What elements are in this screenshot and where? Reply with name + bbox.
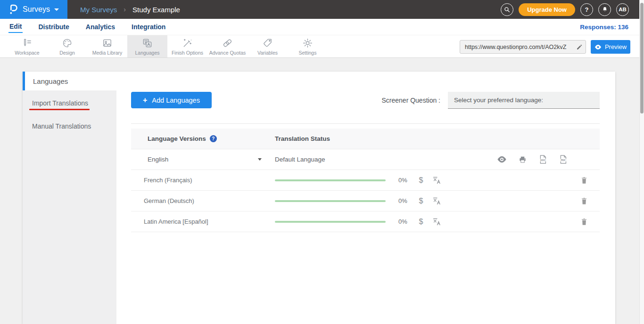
delete-trash-icon[interactable]	[580, 197, 588, 205]
toolbar-item-label: Media Library	[92, 50, 123, 56]
translation-percent: 0%	[398, 177, 410, 184]
delete-trash-icon[interactable]	[580, 218, 588, 226]
scrollbar[interactable]	[639, 0, 644, 324]
paid-translation-icon[interactable]: $	[416, 218, 426, 226]
toolbar-item-finish-options[interactable]: Finish Options	[167, 35, 207, 57]
panel-title: Languages	[25, 77, 68, 85]
paid-translation-icon[interactable]: $	[416, 176, 426, 185]
translation-progress-bar	[275, 200, 386, 202]
toolbar-item-advance-quotas[interactable]: Advance Quotas	[207, 35, 248, 57]
header-actions: Upgrade Now ? AB	[501, 3, 644, 16]
survey-url-box	[460, 40, 586, 54]
tab-analytics[interactable]: Analytics	[85, 21, 116, 32]
table-row-german: German (Deutsch) 0% $	[131, 191, 600, 211]
view-eye-icon[interactable]	[497, 156, 507, 163]
help-button[interactable]: ?	[580, 3, 593, 16]
breadcrumb-separator-icon: ›	[124, 6, 126, 13]
avatar[interactable]: AB	[616, 3, 629, 16]
paid-translation-icon[interactable]: $	[416, 197, 426, 205]
translation-percent: 0%	[398, 218, 410, 225]
toolbar-item-media-library[interactable]: Media Library	[87, 35, 127, 57]
translation-percent: 0%	[398, 197, 410, 204]
toolbar-item-settings[interactable]: Settings	[288, 35, 328, 57]
chevron-down-icon	[258, 158, 262, 161]
table-row-french: French (Français) 0% $	[131, 170, 600, 191]
tag-icon	[262, 38, 273, 49]
export-pdf-icon[interactable]: PDF	[559, 154, 568, 164]
col-language-versions: Language Versions	[148, 135, 206, 142]
toolbar-item-workspace[interactable]: Workspace	[7, 35, 47, 57]
sidebar-item-manual-translations[interactable]: Manual Translations	[23, 116, 116, 136]
questionpro-logo-icon	[8, 4, 18, 15]
panel-title-row: Languages	[23, 72, 615, 90]
toolbar-item-label: Languages	[135, 50, 160, 56]
toolbar-item-label: Workspace	[15, 50, 39, 56]
breadcrumb-current: Study Example	[132, 6, 180, 14]
palette-icon	[62, 38, 73, 49]
notifications-button[interactable]	[598, 3, 611, 16]
print-icon[interactable]	[518, 155, 527, 164]
edit-toolbar: Workspace Design Media Library Languages…	[0, 35, 644, 58]
auto-translate-icon[interactable]	[432, 196, 442, 206]
language-name: German (Deutsch)	[131, 197, 275, 204]
top-header: Surveys My Surveys › Study Example Upgra…	[0, 0, 644, 19]
toolbar-item-languages[interactable]: Languages	[127, 35, 167, 57]
red-annotation-underline	[29, 109, 90, 110]
image-icon	[102, 38, 113, 49]
eye-icon	[594, 44, 602, 50]
help-circle-icon[interactable]: ?	[210, 135, 217, 142]
screener-question-select[interactable]: Select your preferred language:	[448, 92, 600, 109]
add-languages-label: Add Languages	[152, 97, 200, 104]
search-button[interactable]	[501, 3, 513, 16]
export-doc-icon[interactable]: DOC	[538, 154, 547, 164]
translation-progress-bar	[275, 221, 386, 223]
tab-edit[interactable]: Edit	[8, 21, 23, 33]
translations-sidebar: Import Translations Manual Translations	[23, 90, 116, 324]
tab-distribute[interactable]: Distribute	[37, 21, 70, 32]
svg-text:PDF: PDF	[561, 159, 565, 162]
table-row-latin-america: Latin America [Español] 0% $	[131, 211, 600, 232]
tab-integration[interactable]: Integration	[131, 21, 166, 32]
app-title: Surveys	[23, 5, 50, 14]
translate-boxes-icon	[142, 38, 153, 49]
add-languages-button[interactable]: + Add Languages	[131, 92, 212, 108]
toolbar-item-design[interactable]: Design	[47, 35, 87, 57]
auto-translate-icon[interactable]	[432, 176, 442, 185]
languages-main: + Add Languages Screener Question : Sele…	[116, 90, 615, 324]
col-translation-status: Translation Status	[275, 135, 330, 142]
delete-trash-icon[interactable]	[580, 176, 588, 185]
language-versions-table: Language Versions ? Translation Status E…	[131, 123, 600, 232]
screener-question-row: Screener Question : Select your preferre…	[381, 92, 600, 109]
workspace-icon	[22, 38, 33, 49]
breadcrumb-my-surveys[interactable]: My Surveys	[80, 6, 117, 14]
magic-wand-icon	[182, 38, 193, 49]
sidebar-item-import-translations[interactable]: Import Translations	[23, 93, 116, 116]
bell-icon	[602, 6, 608, 13]
default-language-select[interactable]: English	[131, 156, 275, 163]
preview-button-label: Preview	[605, 43, 627, 50]
languages-panel: Languages Import Translations Manual Tra…	[23, 72, 615, 324]
preview-button[interactable]: Preview	[591, 40, 630, 54]
gear-icon	[302, 38, 313, 49]
edit-url-button[interactable]	[573, 40, 586, 53]
plus-icon: +	[143, 96, 147, 105]
toolbar-item-label: Variables	[257, 50, 278, 56]
toolbar-item-label: Design	[59, 50, 75, 56]
pencil-icon	[576, 44, 583, 50]
surveys-menu[interactable]: Surveys	[0, 0, 67, 19]
auto-translate-icon[interactable]	[432, 217, 442, 227]
toolbar-item-label: Finish Options	[172, 50, 203, 56]
responses-count[interactable]: Responses: 136	[580, 24, 644, 31]
language-name: Latin America [Español]	[131, 218, 275, 225]
language-name: French (Français)	[131, 177, 275, 184]
toolbar-item-label: Advance Quotas	[209, 50, 246, 56]
toolbar-item-variables[interactable]: Variables	[248, 35, 288, 57]
toolbar-item-label: Settings	[299, 50, 317, 56]
scrollbar-thumb[interactable]	[640, 3, 644, 113]
default-language-status: Default Language	[275, 156, 325, 163]
survey-url-input[interactable]	[460, 44, 573, 50]
chain-link-icon	[222, 38, 233, 49]
upgrade-now-button[interactable]: Upgrade Now	[519, 3, 575, 16]
content-area: Languages Import Translations Manual Tra…	[0, 58, 644, 324]
breadcrumb: My Surveys › Study Example	[80, 6, 180, 14]
